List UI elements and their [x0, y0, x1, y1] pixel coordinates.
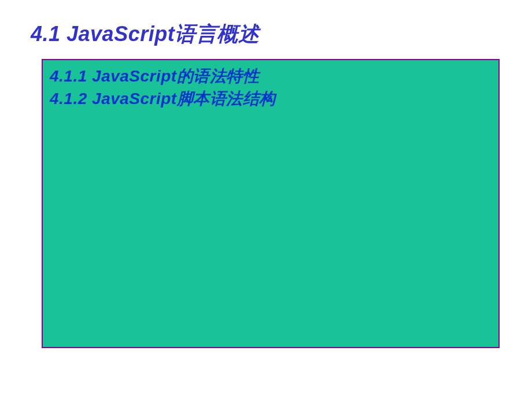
subsection-item: 4.1.2 JavaScript脚本语法结构 [50, 87, 492, 110]
subsection-item: 4.1.1 JavaScript的语法特性 [50, 65, 492, 87]
content-box: 4.1.1 JavaScript的语法特性 4.1.2 JavaScript脚本… [42, 59, 500, 348]
section-title: 4.1 JavaScript语言概述 [31, 20, 259, 49]
